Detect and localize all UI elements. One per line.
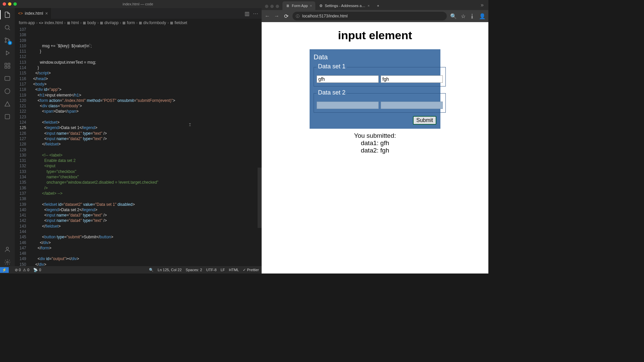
editor-tabs: <> index.html × ▥ ⋯ — [15, 8, 262, 19]
zoom-icon[interactable]: 🔍 — [450, 13, 457, 19]
svg-rect-10 — [5, 114, 9, 119]
svg-point-12 — [7, 261, 8, 263]
new-tab-button[interactable]: + — [374, 1, 382, 10]
titlebar: index.html — code — [0, 0, 262, 8]
close-window-icon[interactable] — [3, 2, 6, 6]
maximize-window-icon[interactable] — [13, 2, 17, 6]
back-button[interactable]: ← — [264, 13, 270, 19]
breadcrumb[interactable]: form-app› <>index.html› ⊞html› ⊞body› ⊞d… — [15, 19, 262, 27]
minimize-window-icon[interactable] — [8, 2, 11, 6]
symbol-icon: ⊞ — [100, 21, 103, 25]
ports-indicator[interactable]: 📡 0 — [33, 268, 41, 272]
code-editor[interactable]: 1071081091101111121131141151161171181191… — [15, 27, 262, 266]
activity-bar: 3 — [0, 8, 15, 266]
fieldset-2: Data set 2 — [314, 90, 446, 113]
form: Data Data set 1 Data set 2 Submit — [310, 49, 440, 129]
search-icon[interactable] — [3, 23, 11, 32]
close-tab-icon[interactable]: × — [310, 4, 312, 8]
svg-rect-5 — [8, 63, 10, 65]
minimize-window-icon[interactable] — [270, 5, 274, 8]
svg-rect-7 — [8, 66, 10, 68]
tab-filename: index.html — [25, 11, 43, 16]
html-file-icon: <> — [39, 21, 43, 25]
svg-rect-4 — [5, 63, 7, 65]
browser-tabs: 🗎 Form App × ⚙ Settings - Addresses and … — [262, 0, 488, 10]
encoding[interactable]: UTF-8 — [206, 268, 217, 272]
browser-toolbar: ← → ⟳ ⓘ localhost:5173/index.html 🔍 ☆ ⭳ … — [262, 10, 488, 22]
page-icon: 🗎 — [286, 4, 290, 8]
svg-point-11 — [6, 247, 9, 249]
source-control-icon[interactable]: 3 — [3, 36, 11, 44]
find-icon[interactable]: 🔍 — [149, 268, 154, 272]
address-bar[interactable]: ⓘ localhost:5173/index.html — [292, 12, 447, 20]
close-tab-icon[interactable]: × — [368, 4, 370, 8]
formatter[interactable]: ✓ Prettier — [243, 268, 259, 272]
maximize-window-icon[interactable] — [276, 5, 279, 8]
data4-input — [381, 102, 443, 109]
data3-input — [317, 102, 379, 109]
status-bar: ⚡ ⊘ 0 ⚠ 0 📡 0 🔍 Ln 125, Col 22 Spaces: 2… — [0, 266, 262, 274]
extensions-icon[interactable] — [3, 62, 11, 70]
browser-window: 🗎 Form App × ⚙ Settings - Addresses and … — [262, 0, 488, 274]
window-controls — [264, 5, 282, 10]
legend-2: Data set 2 — [317, 89, 347, 96]
rendered-page: input element Data Data set 1 Data set 2… — [262, 22, 488, 274]
explorer-icon[interactable] — [3, 11, 11, 19]
browser-tab[interactable]: ⚙ Settings - Addresses and m… × — [316, 1, 373, 10]
svg-point-1 — [5, 38, 6, 39]
vscode-window: index.html — code 3 <> index.html × — [0, 0, 262, 274]
gear-icon[interactable] — [3, 258, 11, 266]
text-cursor-icon: 𝙸 — [189, 122, 191, 127]
split-editor-icon[interactable]: ▥ — [245, 10, 250, 17]
svg-point-2 — [5, 41, 6, 43]
extension-icon[interactable] — [3, 100, 11, 108]
url-text: localhost:5173/index.html — [302, 14, 347, 18]
symbol-icon: ⊞ — [83, 21, 86, 25]
account-icon[interactable] — [3, 245, 11, 253]
code-lines[interactable]: 𝙸 msg += `${key}: ${value}\n`; } window.… — [31, 27, 257, 266]
extension-icon[interactable] — [3, 87, 11, 95]
forward-button[interactable]: → — [274, 13, 280, 19]
window-controls — [3, 2, 17, 6]
html-file-icon: <> — [18, 11, 23, 16]
problems-indicator[interactable]: ⊘ 0 ⚠ 0 — [15, 268, 29, 272]
submit-button[interactable]: Submit — [413, 116, 436, 125]
data1-input[interactable] — [317, 75, 379, 83]
close-window-icon[interactable] — [265, 5, 268, 8]
scm-badge: 3 — [8, 41, 12, 45]
form-label: Data — [314, 53, 436, 61]
extension-icon[interactable] — [3, 74, 11, 82]
svg-rect-8 — [5, 76, 10, 80]
close-tab-icon[interactable]: × — [45, 11, 48, 16]
symbol-icon: ⊞ — [139, 21, 142, 25]
editor-tab[interactable]: <> index.html × — [15, 8, 52, 19]
language-mode[interactable]: HTML — [229, 268, 239, 272]
page-heading: input element — [338, 29, 412, 42]
debug-icon[interactable] — [3, 49, 11, 57]
symbol-icon: ⊞ — [170, 21, 173, 25]
svg-point-9 — [5, 89, 10, 94]
svg-rect-6 — [5, 66, 7, 68]
more-actions-icon[interactable]: ⋯ — [253, 10, 258, 17]
extension-icon[interactable] — [3, 113, 11, 121]
symbol-icon: ⊞ — [67, 21, 70, 25]
eol[interactable]: LF — [221, 268, 225, 272]
window-title: index.html — code — [17, 2, 259, 6]
indentation[interactable]: Spaces: 2 — [186, 268, 202, 272]
reload-button[interactable]: ⟳ — [283, 13, 289, 19]
editor-area: <> index.html × ▥ ⋯ form-app› <>index.ht… — [15, 8, 262, 266]
remote-indicator[interactable]: ⚡ — [0, 267, 9, 273]
site-info-icon[interactable]: ⓘ — [296, 14, 300, 19]
download-icon[interactable]: ⭳ — [470, 13, 475, 19]
bookmark-icon[interactable]: ☆ — [461, 13, 466, 19]
legend-1: Data set 1 — [317, 63, 347, 70]
minimap[interactable] — [257, 27, 262, 266]
browser-tab[interactable]: 🗎 Form App × — [282, 1, 315, 10]
output-text: You submitted: data1: gfh data2: fgh — [354, 132, 396, 154]
cursor-position[interactable]: Ln 125, Col 22 — [158, 268, 182, 272]
symbol-icon: ⊞ — [122, 21, 125, 25]
fieldset-1: Data set 1 — [314, 64, 446, 86]
profile-icon[interactable]: 👤 — [479, 13, 486, 19]
data2-input[interactable] — [381, 75, 443, 83]
extensions-menu-icon[interactable]: » — [478, 2, 486, 10]
